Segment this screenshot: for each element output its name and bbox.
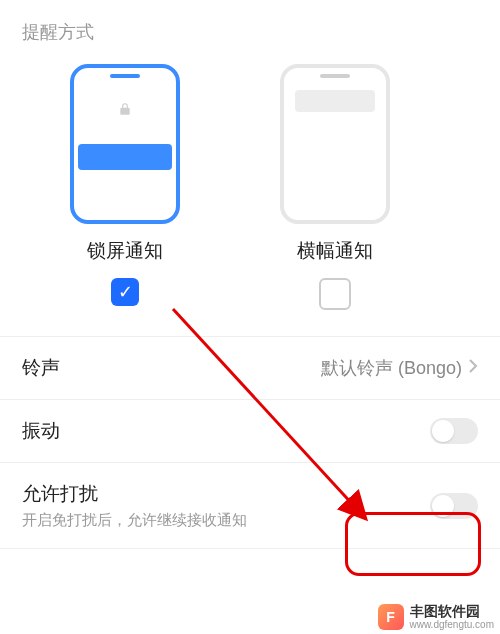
- watermark-logo: F: [378, 604, 404, 630]
- ringtone-value: 默认铃声 (Bongo): [321, 356, 462, 380]
- option-banner[interactable]: 横幅通知: [265, 64, 405, 310]
- allow-disturb-label: 允许打扰: [22, 481, 247, 507]
- option-banner-label: 横幅通知: [297, 238, 373, 264]
- phone-notch: [320, 74, 350, 78]
- vibrate-switch[interactable]: [430, 418, 478, 444]
- banner-notification-bar: [295, 90, 375, 112]
- option-banner-checkbox[interactable]: [319, 278, 351, 310]
- phone-notch: [110, 74, 140, 78]
- lock-icon: [74, 102, 176, 119]
- vibrate-label: 振动: [22, 418, 60, 444]
- watermark-text: 丰图软件园 www.dgfengtu.com: [410, 604, 495, 630]
- allow-disturb-sub: 开启免打扰后，允许继续接收通知: [22, 511, 247, 530]
- ringtone-label: 铃声: [22, 355, 60, 381]
- option-lockscreen-checkbox[interactable]: ✓: [111, 278, 139, 306]
- option-lockscreen-label: 锁屏通知: [87, 238, 163, 264]
- lockscreen-notification-bar: [78, 144, 172, 170]
- checkmark-icon: ✓: [118, 283, 133, 301]
- watermark: F 丰图软件园 www.dgfengtu.com: [372, 600, 501, 634]
- settings-list: 铃声 默认铃声 (Bongo) 振动 允许打扰 开启免打扰后，允许继续接收通知: [0, 336, 500, 549]
- ringtone-value-group: 默认铃声 (Bongo): [321, 356, 478, 380]
- banner-preview: [280, 64, 390, 224]
- allow-disturb-textcol: 允许打扰 开启免打扰后，允许继续接收通知: [22, 481, 247, 530]
- notification-style-options: 锁屏通知 ✓ 横幅通知: [0, 54, 500, 310]
- section-title: 提醒方式: [0, 0, 500, 54]
- chevron-right-icon: [468, 358, 478, 379]
- watermark-url: www.dgfengtu.com: [410, 619, 495, 630]
- row-allow-disturb[interactable]: 允许打扰 开启免打扰后，允许继续接收通知: [0, 463, 500, 549]
- option-lockscreen[interactable]: 锁屏通知 ✓: [55, 64, 195, 310]
- watermark-title: 丰图软件园: [410, 604, 495, 619]
- settings-page: 提醒方式 锁屏通知 ✓ 横幅通知 铃声: [0, 0, 500, 634]
- allow-disturb-switch[interactable]: [430, 493, 478, 519]
- row-vibrate[interactable]: 振动: [0, 400, 500, 463]
- lockscreen-preview: [70, 64, 180, 224]
- row-ringtone[interactable]: 铃声 默认铃声 (Bongo): [0, 337, 500, 400]
